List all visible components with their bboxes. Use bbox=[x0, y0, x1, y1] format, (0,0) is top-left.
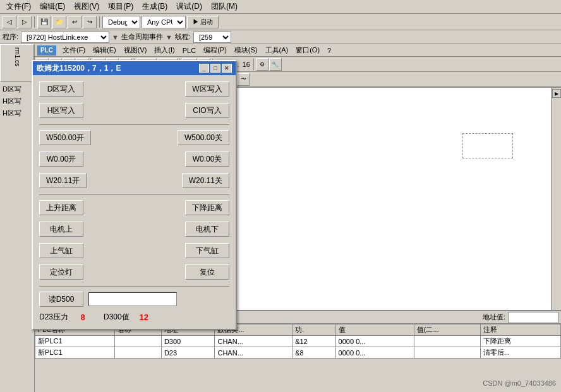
td-addr2: D23 bbox=[161, 347, 215, 359]
plc-menu-edit[interactable]: 编辑(E) bbox=[89, 44, 120, 56]
btn-row-2: H区写入 CIO写入 bbox=[39, 103, 229, 118]
btn-row-8: 上气缸 下气缸 bbox=[39, 243, 229, 258]
d23-row: D23压力 8 D300值 12 bbox=[39, 312, 229, 323]
back-btn[interactable]: ◁ bbox=[3, 16, 16, 28]
rtb-btn7[interactable]: 🔧 bbox=[269, 58, 282, 71]
address-input[interactable] bbox=[508, 312, 558, 323]
left-tab-h2[interactable]: H区写 bbox=[0, 107, 34, 119]
btn-w0-on[interactable]: W0.00开 bbox=[39, 151, 83, 167]
forward-btn[interactable]: ▷ bbox=[18, 16, 32, 28]
table-row: 新PLC1 D23 CHAN... &8 0000 0... 清零后... bbox=[35, 347, 561, 359]
redo-btn[interactable]: ↪ bbox=[83, 16, 97, 28]
btn-row-6: 上升距离 下降距离 bbox=[39, 200, 229, 215]
menu-debug[interactable]: 调试(D) bbox=[172, 0, 206, 13]
dialog-content: D区写入 W区写入 H区写入 CIO写入 W500.00开 W500.00关 W… bbox=[33, 75, 236, 329]
btn-cylinder-up[interactable]: 上气缸 bbox=[39, 243, 83, 258]
plc-menu-window[interactable]: 窗口(O) bbox=[292, 44, 323, 56]
sep1 bbox=[39, 124, 229, 125]
event-label: 生命周期事件 bbox=[121, 32, 163, 42]
menu-view[interactable]: 视图(V) bbox=[70, 0, 103, 13]
btn-cio-write[interactable]: CIO写入 bbox=[185, 103, 229, 118]
path-label: 程序: bbox=[3, 32, 18, 42]
plc-menu-module[interactable]: 模块(S) bbox=[231, 44, 262, 56]
plc-menu-help[interactable]: ? bbox=[323, 45, 335, 56]
ladder-counter3: 16 bbox=[241, 61, 251, 68]
plc-menu-view[interactable]: 视图(V) bbox=[120, 44, 151, 56]
btn-cylinder-down[interactable]: 下气缸 bbox=[185, 243, 229, 258]
btn-row-4: W0.00开 W0.00关 bbox=[39, 151, 229, 167]
left-tab-rm1[interactable]: rm1.cs bbox=[0, 44, 34, 82]
watermark: CSDN @m0_74033486 bbox=[483, 379, 556, 387]
dialog-minimize-btn[interactable]: _ bbox=[199, 64, 209, 73]
btn-row-5: W20.11开 W20.11关 bbox=[39, 173, 229, 188]
plc-menu-prog[interactable]: 编程(P) bbox=[200, 44, 231, 56]
plc-menu-tools[interactable]: 工具(A) bbox=[262, 44, 293, 56]
read-input[interactable] bbox=[88, 292, 177, 306]
btn-w500-off[interactable]: W500.00关 bbox=[178, 130, 229, 145]
td-val2: 0000 0... bbox=[335, 347, 414, 359]
thread-combo[interactable]: [259 bbox=[193, 32, 231, 43]
menu-project[interactable]: 项目(P) bbox=[104, 0, 137, 13]
btn-w0-off[interactable]: W0.00关 bbox=[185, 151, 229, 167]
menu-edit[interactable]: 编辑(E) bbox=[36, 0, 69, 13]
td-plc1: 新PLC1 bbox=[35, 336, 115, 347]
path-sep2: ▼ bbox=[166, 33, 172, 41]
td-val2-2 bbox=[414, 347, 480, 359]
d23-value: 8 bbox=[73, 312, 92, 322]
address-label: 地址值: bbox=[483, 312, 505, 322]
td-plc2: 新PLC1 bbox=[35, 347, 115, 359]
btn-w-write[interactable]: W区写入 bbox=[185, 81, 229, 97]
btn-down[interactable]: 下降距离 bbox=[185, 200, 229, 215]
scroll-right-btn[interactable]: ▶ bbox=[552, 89, 561, 98]
td-val1: 0000 0... bbox=[335, 336, 414, 347]
d23-label: D23压力 bbox=[39, 312, 68, 323]
sep3 bbox=[39, 286, 229, 287]
btn-d-write[interactable]: D区写入 bbox=[39, 81, 83, 97]
td-comment2: 清零后... bbox=[480, 347, 560, 359]
open-btn[interactable]: 📁 bbox=[52, 16, 66, 28]
save-btn[interactable]: 💾 bbox=[37, 16, 51, 28]
btn-row-1: D区写入 W区写入 bbox=[39, 81, 229, 97]
btn-w20-off[interactable]: W20.11关 bbox=[182, 173, 229, 188]
left-tab-h1[interactable]: H区写 bbox=[0, 95, 34, 107]
btn-reset[interactable]: 复位 bbox=[185, 264, 229, 280]
td-addr1: D300 bbox=[161, 336, 215, 347]
td-type1: CHAN... bbox=[215, 336, 293, 347]
d300-value: 12 bbox=[135, 312, 154, 322]
td-name1 bbox=[114, 336, 161, 347]
plc-menu-plc[interactable]: PLC bbox=[179, 45, 200, 56]
rtb2-wave4[interactable]: 〜 bbox=[237, 73, 250, 86]
plc-menu-file[interactable]: 文件(F) bbox=[59, 44, 89, 56]
undo-btn[interactable]: ↩ bbox=[68, 16, 81, 28]
btn-read-d500[interactable]: 读D500 bbox=[39, 292, 83, 307]
left-tab-d[interactable]: D区写 bbox=[0, 83, 34, 95]
btn-light[interactable]: 定位灯 bbox=[39, 264, 83, 280]
menu-file[interactable]: 文件(F) bbox=[3, 0, 35, 13]
dialog-maximize-btn[interactable]: □ bbox=[210, 64, 220, 73]
btn-motor-up[interactable]: 电机上 bbox=[39, 222, 83, 237]
th-value: 值 bbox=[335, 324, 414, 336]
toolbar-sep1 bbox=[34, 16, 35, 28]
menu-team[interactable]: 团队(M) bbox=[207, 0, 241, 13]
dialog-close-btn[interactable]: ✕ bbox=[222, 64, 232, 73]
btn-row-9: 定位灯 复位 bbox=[39, 264, 229, 280]
td-comment1: 下降距离 bbox=[480, 336, 560, 347]
menu-build[interactable]: 生成(B) bbox=[138, 0, 171, 13]
btn-motor-down[interactable]: 电机下 bbox=[185, 222, 229, 237]
dialog-title-btns: _ □ ✕ bbox=[199, 64, 232, 73]
plc-menu-insert[interactable]: 插入(I) bbox=[150, 44, 178, 56]
btn-w500-on[interactable]: W500.00开 bbox=[39, 130, 91, 145]
dialog-title-bar: 欧姆龙115200，7，1，E _ □ ✕ bbox=[33, 61, 236, 75]
btn-up[interactable]: 上升距离 bbox=[39, 200, 83, 215]
debug-combo[interactable]: Debug bbox=[102, 16, 140, 28]
rtb-btn6[interactable]: ⚙ bbox=[256, 58, 268, 71]
menu-bar: 文件(F) 编辑(E) 视图(V) 项目(P) 生成(B) 调试(D) 团队(M… bbox=[0, 0, 561, 14]
cpu-combo[interactable]: Any CPU bbox=[142, 16, 186, 28]
path-combo[interactable]: [9720] HostLink.exe bbox=[21, 32, 109, 43]
th-func: 功. bbox=[293, 324, 335, 336]
toolbar: ◁ ▷ 💾 📁 ↩ ↪ Debug Any CPU ▶ 启动 bbox=[0, 14, 561, 30]
btn-w20-on[interactable]: W20.11开 bbox=[39, 173, 87, 188]
btn-h-write[interactable]: H区写入 bbox=[39, 103, 83, 118]
start-btn[interactable]: ▶ 启动 bbox=[187, 16, 219, 28]
left-panel: rm1.cs D区写 H区写 H区写 bbox=[0, 44, 35, 392]
